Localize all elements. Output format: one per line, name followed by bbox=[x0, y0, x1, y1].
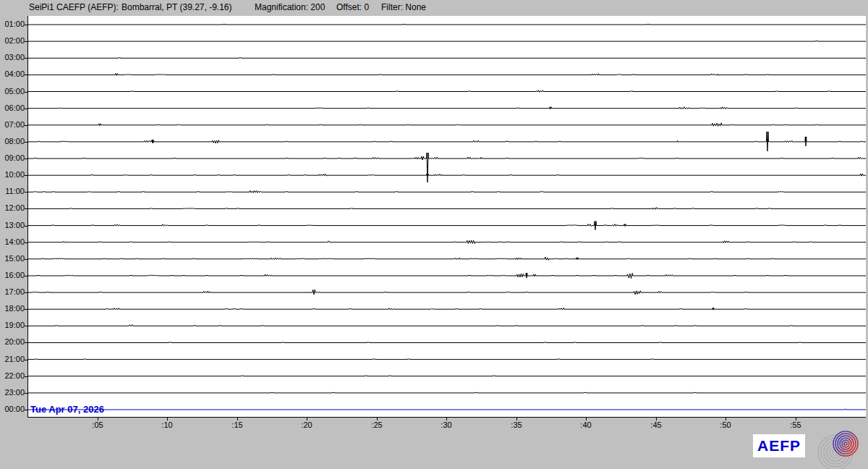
y-axis-tick bbox=[25, 41, 27, 42]
y-axis-label: 12:00 bbox=[0, 203, 25, 212]
y-axis-label: 16:00 bbox=[0, 271, 25, 279]
trace-07:00 bbox=[28, 123, 866, 127]
y-axis-tick bbox=[25, 276, 27, 276]
y-axis-label: 07:00 bbox=[0, 120, 25, 129]
y-axis-label: 19:00 bbox=[0, 321, 25, 329]
y-axis-label: 00:00 bbox=[0, 405, 25, 413]
trace-10:00 bbox=[28, 174, 866, 176]
y-axis-tick bbox=[25, 242, 27, 243]
y-axis-label: 23:00 bbox=[0, 388, 25, 397]
y-axis-label: 11:00 bbox=[0, 187, 25, 195]
trace-11:00 bbox=[28, 190, 866, 193]
y-axis-tick bbox=[25, 360, 27, 360]
x-axis-label: :55 bbox=[781, 421, 810, 429]
date-label: Tue Apr 07, 2026 bbox=[30, 404, 104, 415]
y-axis-tick bbox=[25, 342, 27, 343]
y-axis-tick bbox=[25, 292, 27, 293]
y-axis-tick bbox=[25, 309, 27, 310]
trace-22:00 bbox=[28, 376, 866, 376]
trace-00:00 bbox=[28, 409, 866, 410]
y-axis-label: 10:00 bbox=[0, 170, 25, 179]
y-axis-label: 21:00 bbox=[0, 355, 25, 363]
x-axis-label: :10 bbox=[153, 421, 182, 429]
x-axis-label: :50 bbox=[711, 421, 740, 429]
y-axis-tick bbox=[25, 192, 27, 193]
x-axis-label: :45 bbox=[642, 421, 671, 429]
trace-19:00 bbox=[28, 324, 866, 326]
trace-20:00 bbox=[28, 342, 866, 343]
trace-18:00 bbox=[28, 308, 866, 310]
trace-14:00 bbox=[28, 240, 866, 244]
seismograph-window: { "header": { "app_label": "SeiPi1 CAEFP… bbox=[0, 0, 868, 469]
y-axis-label: 02:00 bbox=[0, 36, 25, 45]
trace-04:00 bbox=[28, 73, 866, 75]
filter-label: Filter: None bbox=[381, 2, 426, 12]
trace-02:00 bbox=[28, 41, 866, 41]
aefp-logo: AEFP bbox=[753, 434, 805, 457]
y-axis-label: 13:00 bbox=[0, 221, 25, 229]
trace-06:00 bbox=[28, 107, 866, 109]
y-axis-label: 08:00 bbox=[0, 137, 25, 145]
x-axis-label: :15 bbox=[223, 421, 252, 429]
seismic-traces bbox=[28, 16, 866, 417]
y-axis-label: 06:00 bbox=[0, 103, 25, 112]
y-axis-label: 15:00 bbox=[0, 254, 25, 263]
seismic-spiral-seal-icon bbox=[816, 430, 865, 469]
station-label: Bombarral, PT (39.27, -9.16) bbox=[122, 2, 232, 12]
aefp-logo-text: AEFP bbox=[757, 437, 801, 455]
y-axis-tick bbox=[25, 58, 27, 59]
y-axis-label: 04:00 bbox=[0, 69, 25, 78]
x-axis-label: :25 bbox=[362, 421, 391, 429]
x-axis-label: :30 bbox=[432, 421, 461, 429]
trace-23:00 bbox=[28, 392, 866, 393]
y-axis-label: 14:00 bbox=[0, 237, 25, 246]
y-axis-tick bbox=[25, 208, 27, 209]
x-axis-label: :35 bbox=[502, 421, 531, 429]
y-axis-label: 20:00 bbox=[0, 337, 25, 346]
y-axis-label: 01:00 bbox=[0, 20, 25, 28]
trace-13:00 bbox=[28, 221, 866, 230]
y-axis-tick bbox=[25, 259, 27, 260]
y-axis-tick bbox=[25, 92, 27, 93]
app-channel-label: SeiPi1 CAEFP (AEFP): bbox=[29, 2, 119, 12]
trace-03:00 bbox=[28, 57, 866, 58]
y-axis-tick bbox=[25, 159, 27, 159]
x-axis-label: :05 bbox=[83, 421, 112, 429]
trace-09:00 bbox=[28, 153, 866, 182]
trace-01:00 bbox=[28, 24, 866, 25]
y-axis-tick bbox=[25, 393, 27, 394]
x-axis-label: :40 bbox=[571, 421, 600, 429]
y-axis-tick bbox=[25, 25, 27, 25]
y-axis-label: 17:00 bbox=[0, 287, 25, 296]
y-axis-tick bbox=[25, 326, 27, 326]
helicorder-plot-area[interactable] bbox=[27, 16, 866, 418]
y-axis-label: 05:00 bbox=[0, 87, 25, 96]
x-axis-label: :20 bbox=[292, 421, 321, 429]
y-axis-tick bbox=[25, 226, 27, 227]
trace-17:00 bbox=[28, 290, 866, 295]
trace-05:00 bbox=[28, 90, 866, 93]
magnification-label: Magnification: 200 bbox=[255, 2, 325, 12]
y-axis-tick bbox=[25, 109, 27, 109]
y-axis-tick bbox=[25, 175, 27, 176]
y-axis-label: 22:00 bbox=[0, 371, 25, 380]
y-axis-tick bbox=[25, 410, 27, 410]
y-axis-tick bbox=[25, 142, 27, 143]
trace-08:00 bbox=[28, 132, 866, 151]
y-axis-tick bbox=[25, 376, 27, 377]
offset-label: Offset: 0 bbox=[336, 2, 369, 12]
trace-21:00 bbox=[28, 359, 866, 360]
y-axis-tick bbox=[25, 125, 27, 126]
y-axis-tick bbox=[25, 75, 27, 75]
y-axis-label: 03:00 bbox=[0, 53, 25, 62]
trace-16:00 bbox=[28, 273, 866, 279]
trace-12:00 bbox=[28, 208, 866, 210]
trace-15:00 bbox=[28, 257, 866, 260]
y-axis-label: 18:00 bbox=[0, 304, 25, 313]
y-axis-label: 09:00 bbox=[0, 153, 25, 162]
